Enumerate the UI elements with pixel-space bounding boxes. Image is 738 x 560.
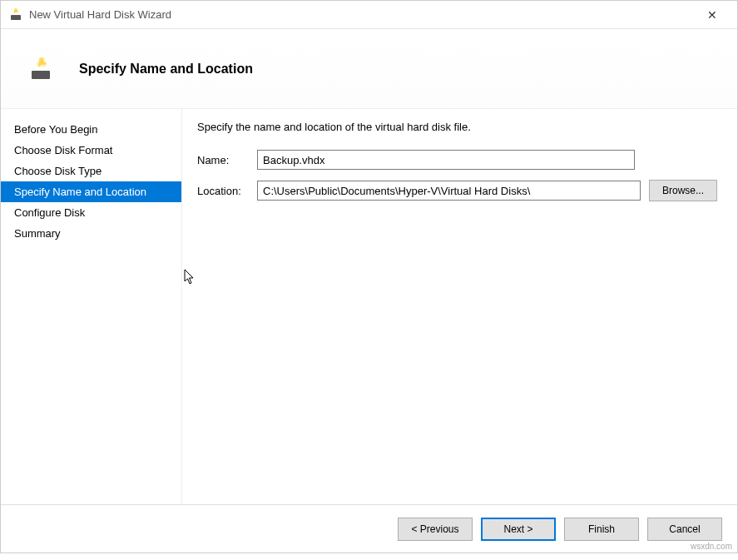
titlebar: New Virtual Hard Disk Wizard ✕ [1, 1, 737, 29]
disk-icon [9, 8, 22, 22]
name-label: Name: [197, 154, 249, 166]
wizard-footer: < Previous Next > Finish Cancel [1, 504, 737, 553]
wizard-steps-sidebar: Before You Begin Choose Disk Format Choo… [1, 109, 182, 504]
window-title: New Virtual Hard Disk Wizard [29, 8, 696, 21]
instruction-text: Specify the name and location of the vir… [197, 121, 717, 133]
sidebar-item-specify-name-location[interactable]: Specify Name and Location [1, 181, 181, 202]
previous-button[interactable]: < Previous [398, 518, 473, 541]
cancel-button[interactable]: Cancel [647, 518, 722, 541]
name-row: Name: [197, 150, 717, 170]
name-input[interactable] [257, 150, 635, 170]
sidebar-item-summary[interactable]: Summary [1, 223, 181, 244]
wizard-body: Before You Begin Choose Disk Format Choo… [1, 109, 737, 504]
watermark-text: wsxdn.com [691, 542, 732, 551]
wizard-header: Specify Name and Location [1, 29, 737, 109]
wizard-window: New Virtual Hard Disk Wizard ✕ Specify N… [0, 0, 738, 553]
sidebar-item-configure-disk[interactable]: Configure Disk [1, 202, 181, 223]
page-title: Specify Name and Location [79, 62, 253, 77]
sidebar-item-choose-disk-type[interactable]: Choose Disk Type [1, 161, 181, 181]
browse-button[interactable]: Browse... [649, 180, 717, 201]
sidebar-item-choose-disk-format[interactable]: Choose Disk Format [1, 140, 181, 161]
close-button[interactable]: ✕ [696, 3, 729, 27]
next-button[interactable]: Next > [481, 518, 556, 541]
wizard-main-panel: Specify the name and location of the vir… [182, 109, 737, 504]
location-input[interactable] [257, 181, 641, 201]
sidebar-item-before-you-begin[interactable]: Before You Begin [1, 119, 181, 140]
location-label: Location: [197, 185, 249, 197]
disk-icon [27, 56, 54, 82]
location-row: Location: Browse... [197, 180, 717, 201]
finish-button[interactable]: Finish [564, 518, 639, 541]
